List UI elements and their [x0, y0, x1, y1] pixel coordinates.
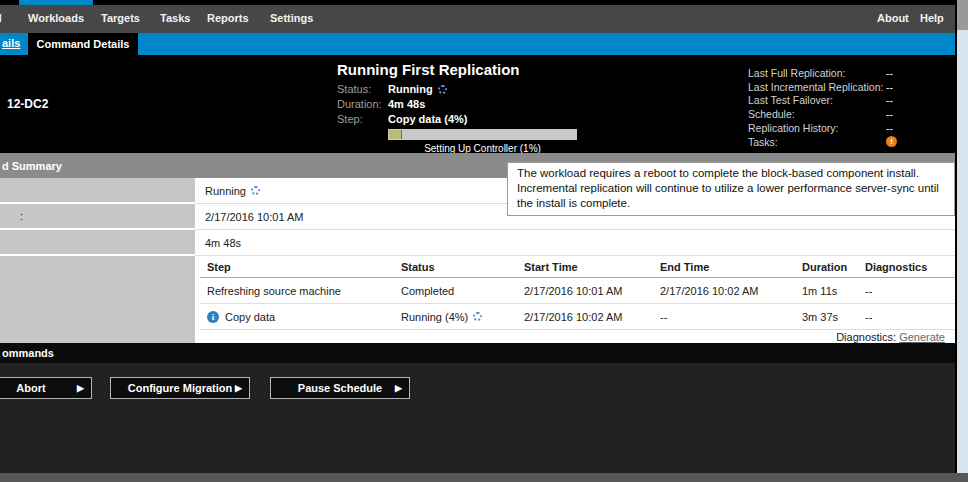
replication-header-panel: 12-DC2 Running First Replication Status:…: [0, 55, 955, 153]
commands-section: ommands Abort ▶ Configure Migration ▶ Pa…: [0, 343, 955, 473]
nav-item-fragment[interactable]: d: [0, 12, 2, 24]
replication-history-value: --: [886, 122, 893, 134]
status-value: Running: [388, 82, 433, 97]
last-full-replication-value: --: [886, 67, 893, 79]
abort-button-label: Abort: [16, 382, 45, 394]
pause-schedule-button-label: Pause Schedule: [298, 382, 382, 394]
label-column-gutter: [0, 256, 195, 343]
replication-history-label: Replication History:: [748, 122, 886, 134]
schedule-label: Schedule:: [748, 108, 886, 120]
tab-bar: ails Command Details: [0, 33, 955, 55]
abort-button[interactable]: Abort ▶: [0, 377, 92, 399]
step-status: Running (4%): [401, 311, 468, 323]
pause-schedule-button[interactable]: Pause Schedule ▶: [270, 377, 410, 399]
step-duration: 3m 37s: [802, 311, 865, 323]
progress-fill: [389, 130, 402, 139]
steps-table-region: Step Status Start Time End Time Duration…: [0, 256, 955, 343]
step-start: 2/17/2016 10:01 AM: [524, 285, 660, 297]
arrow-right-icon: ▶: [395, 383, 402, 393]
page-right-margin-body: [957, 30, 968, 473]
step-end: --: [660, 311, 802, 323]
step-end: 2/17/2016 10:02 AM: [660, 285, 802, 297]
spinner-icon: [438, 85, 447, 94]
col-start-time: Start Time: [524, 261, 660, 273]
tasks-label: Tasks:: [748, 136, 886, 148]
col-duration: Duration: [802, 261, 865, 273]
workload-name: 12-DC2: [7, 97, 48, 111]
spinner-icon: [251, 186, 260, 195]
summary-row-label: [0, 230, 195, 256]
step-duration: 1m 11s: [802, 285, 865, 297]
schedule-value: --: [886, 108, 893, 120]
info-icon[interactable]: i: [207, 311, 219, 323]
step-start: 2/17/2016 10:02 AM: [524, 311, 660, 323]
tab-command-details[interactable]: Command Details: [28, 33, 138, 55]
summary-row-label: [0, 178, 195, 204]
nav-item-targets[interactable]: Targets: [101, 12, 140, 24]
warning-icon[interactable]: !: [886, 136, 897, 147]
summary-duration-value: 4m 48s: [195, 230, 955, 256]
replication-status-block: Running First Replication Status: Runnin…: [337, 61, 587, 154]
page-title: Running First Replication: [337, 61, 587, 78]
spinner-icon: [473, 312, 482, 321]
page-right-margin: [955, 0, 968, 473]
nav-item-workloads[interactable]: Workloads: [28, 12, 84, 24]
arrow-right-icon: ▶: [235, 383, 242, 393]
replication-info-panel: Last Full Replication: -- Last Increment…: [748, 66, 897, 149]
tab-details-link[interactable]: ails: [2, 37, 20, 49]
configure-migration-button[interactable]: Configure Migration ▶: [110, 377, 250, 399]
status-bar: [0, 473, 968, 482]
nav-item-settings[interactable]: Settings: [270, 12, 313, 24]
table-row: Refreshing source machine Completed 2/17…: [200, 278, 955, 304]
step-value: Copy data (4%): [388, 112, 467, 127]
step-label: Step:: [337, 112, 388, 127]
nav-item-help[interactable]: Help: [920, 12, 944, 24]
summary-row-label: :: [0, 204, 195, 230]
page-right-margin-top: [957, 0, 968, 30]
step-name: Refreshing source machine: [207, 285, 401, 297]
steps-table-header: Step Status Start Time End Time Duration…: [200, 256, 955, 278]
step-status: Completed: [401, 285, 524, 297]
nav-item-about[interactable]: About: [877, 12, 909, 24]
last-incremental-replication-label: Last Incremental Replication:: [748, 81, 886, 93]
configure-migration-button-label: Configure Migration: [128, 382, 233, 394]
table-row: i Copy data Running (4%) 2/17/2016 10:02…: [200, 304, 955, 330]
last-full-replication-label: Last Full Replication:: [748, 67, 886, 79]
app-window: d Workloads Targets Tasks Reports Settin…: [0, 0, 968, 482]
col-step: Step: [207, 261, 401, 273]
step-name: Copy data: [225, 311, 275, 323]
nav-item-tasks[interactable]: Tasks: [160, 12, 190, 24]
generate-diagnostics-link[interactable]: Generate: [899, 331, 945, 343]
duration-label: Duration:: [337, 97, 388, 112]
last-test-failover-value: --: [886, 94, 893, 106]
duration-value: 4m 48s: [388, 97, 425, 112]
diagnostics-label: Diagnostics:: [836, 331, 896, 343]
col-end-time: End Time: [660, 261, 802, 273]
step-diagnostics: --: [865, 285, 955, 297]
status-label: Status:: [337, 82, 388, 97]
main-navbar: d Workloads Targets Tasks Reports Settin…: [0, 5, 955, 33]
last-incremental-replication-value: --: [886, 81, 893, 93]
last-test-failover-label: Last Test Failover:: [748, 94, 886, 106]
col-diagnostics: Diagnostics: [865, 261, 955, 273]
nav-item-reports[interactable]: Reports: [207, 12, 249, 24]
diagnostics-line: Diagnostics: Generate: [200, 330, 955, 343]
steps-table: Step Status Start Time End Time Duration…: [195, 256, 955, 343]
step-diagnostics: --: [865, 311, 955, 323]
step-progress-bar: [388, 129, 577, 140]
reboot-required-tooltip: The workload requires a reboot to comple…: [507, 162, 955, 216]
summary-status-value: Running: [205, 185, 246, 197]
summary-row-duration: 4m 48s: [0, 230, 955, 256]
commands-section-header: ommands: [0, 343, 955, 363]
arrow-right-icon: ▶: [77, 383, 84, 393]
col-status: Status: [401, 261, 524, 273]
